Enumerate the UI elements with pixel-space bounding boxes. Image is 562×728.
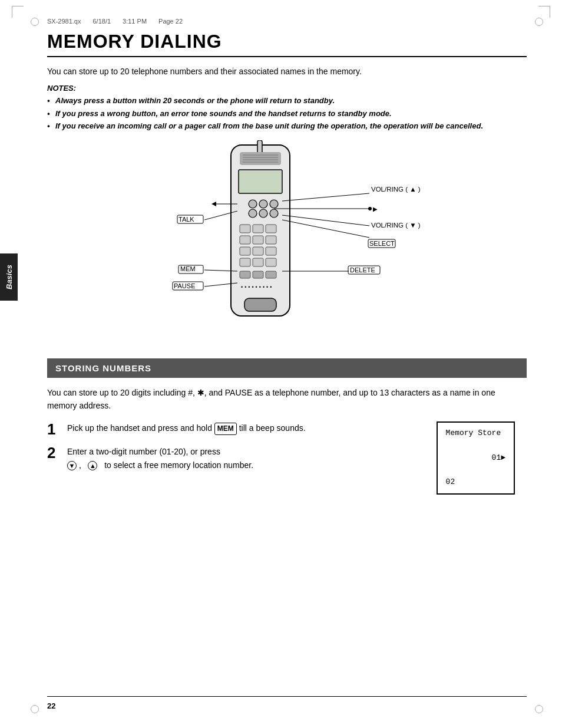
title-rule xyxy=(47,56,527,57)
svg-rect-28 xyxy=(266,271,276,278)
header-time: 3:11 PM xyxy=(123,18,147,25)
svg-line-31 xyxy=(282,193,369,201)
svg-rect-21 xyxy=(253,247,263,255)
svg-rect-22 xyxy=(266,247,276,255)
section-header: STORING NUMBERS xyxy=(47,358,527,378)
section-header-text: STORING NUMBERS xyxy=(55,363,151,373)
svg-marker-45 xyxy=(211,202,216,206)
svg-rect-15 xyxy=(253,225,263,233)
page-title: MEMORY DIALING xyxy=(47,31,527,52)
svg-rect-19 xyxy=(266,236,276,244)
svg-line-38 xyxy=(282,220,369,238)
step-1-text: Pick up the handset and press and hold xyxy=(67,423,212,433)
lcd-display: Memory Store 01► 02 xyxy=(437,421,515,495)
step-1-text2: till a beep sounds. xyxy=(239,423,306,433)
svg-text:PAUSE: PAUSE xyxy=(174,282,195,289)
svg-rect-30 xyxy=(244,298,276,311)
svg-point-13 xyxy=(270,209,278,218)
step-2-text2: to select a free memory location number. xyxy=(104,460,253,470)
svg-line-36 xyxy=(282,215,369,226)
svg-rect-2 xyxy=(240,152,281,165)
footer-rule xyxy=(47,696,527,697)
svg-rect-27 xyxy=(253,271,263,278)
header-date: 6/18/1 xyxy=(92,18,111,25)
svg-rect-14 xyxy=(240,225,250,233)
intro-text: You can store up to 20 telephone numbers… xyxy=(47,65,527,78)
steps-container: 1 Pick up the handset and press and hold… xyxy=(47,421,527,472)
mem-button-label: MEM xyxy=(214,423,237,435)
svg-rect-18 xyxy=(253,236,263,244)
svg-point-34 xyxy=(368,207,372,210)
header-page: Page 22 xyxy=(158,18,183,25)
svg-point-8 xyxy=(249,200,257,208)
svg-point-11 xyxy=(249,209,257,218)
svg-rect-17 xyxy=(240,236,250,244)
diagram-area: ••••••••• VOL/RING ( ▲ ) ▶ VOL/RING ( ▼ … xyxy=(47,140,527,341)
step-1: 1 Pick up the handset and press and hold… xyxy=(47,421,527,437)
phone-diagram: ••••••••• VOL/RING ( ▲ ) ▶ VOL/RING ( ▼ … xyxy=(140,140,434,335)
svg-text:•••••••••: ••••••••• xyxy=(241,284,273,290)
svg-point-10 xyxy=(270,200,278,208)
lcd-line-2: 01► xyxy=(446,440,505,476)
up-arrow-symbol: ▲ xyxy=(88,461,97,470)
svg-point-12 xyxy=(259,209,267,218)
header-file: SX-2981.qx xyxy=(47,18,81,25)
svg-text:DELETE: DELETE xyxy=(350,266,375,274)
svg-rect-25 xyxy=(266,258,276,266)
svg-rect-7 xyxy=(239,170,282,193)
note-item: If you press a wrong button, an error to… xyxy=(47,108,527,120)
svg-text:VOL/RING ( ▼ ): VOL/RING ( ▼ ) xyxy=(371,222,421,229)
down-arrow-symbol: ▼ xyxy=(67,461,77,470)
svg-rect-26 xyxy=(240,271,250,278)
basics-tab: Basics xyxy=(0,253,18,301)
svg-text:▶: ▶ xyxy=(373,206,378,212)
svg-text:SELECT: SELECT xyxy=(369,240,395,247)
step-1-number: 1 xyxy=(47,421,61,437)
notes-list: Always press a button within 20 seconds … xyxy=(47,95,527,132)
svg-rect-16 xyxy=(266,225,276,233)
section-body-text: You can store up to 20 digits including … xyxy=(47,386,527,413)
svg-text:VOL/RING ( ▲ ): VOL/RING ( ▲ ) xyxy=(371,186,421,193)
note-item: Always press a button within 20 seconds … xyxy=(47,95,527,107)
page-wrapper: SX-2981.qx 6/18/1 3:11 PM Page 22 MEMORY… xyxy=(0,0,562,728)
svg-text:TALK: TALK xyxy=(178,216,194,223)
lcd-line-1: Memory Store xyxy=(446,427,505,440)
svg-rect-24 xyxy=(253,258,263,266)
svg-text:MEM: MEM xyxy=(180,265,196,272)
step-2-number: 2 xyxy=(47,445,61,460)
step-2-text: Enter a two-digit number (01-20), or pre… xyxy=(67,447,220,456)
page-number: 22 xyxy=(47,701,527,710)
header-meta: SX-2981.qx 6/18/1 3:11 PM Page 22 xyxy=(47,18,527,25)
svg-rect-23 xyxy=(240,258,250,266)
svg-point-9 xyxy=(259,200,267,208)
svg-rect-20 xyxy=(240,247,250,255)
notes-label: NOTES: xyxy=(47,84,527,93)
lcd-line-3: 02 xyxy=(446,476,505,489)
note-item: If you receive an incoming call or a pag… xyxy=(47,120,527,132)
page-footer: 22 xyxy=(47,696,527,710)
